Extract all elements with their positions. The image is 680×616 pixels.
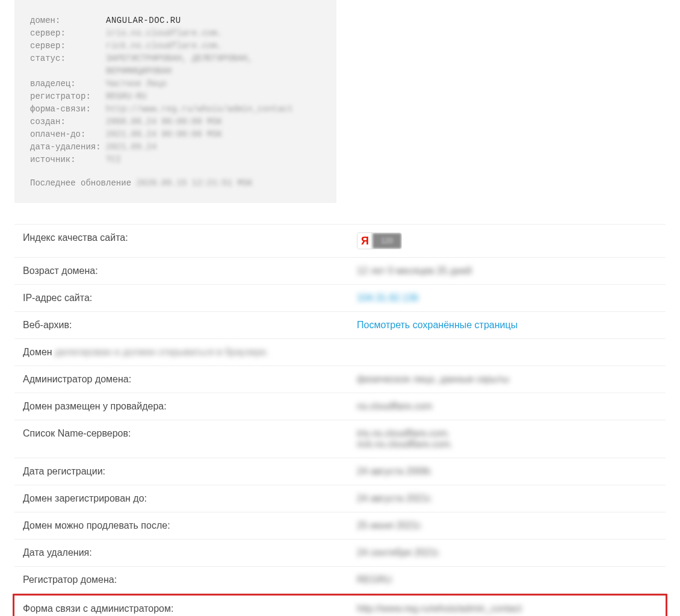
reg-date-label: Дата регистрации: bbox=[23, 466, 357, 477]
registrar-label: Регистратор домена: bbox=[23, 574, 357, 585]
whois-row-value: ЗАРЕГИСТРИРОВАН, ДЕЛЕГИРОВАН, ВЕРИФИЦИРО… bbox=[106, 52, 321, 78]
whois-row-label: сервер: bbox=[30, 40, 106, 52]
delegation-value: делегирован и должен открываться в брауз… bbox=[55, 347, 268, 357]
contact-value: http://www.reg.ru/whois/admin_contact bbox=[357, 603, 657, 614]
row-domain-admin: Администратор домена: физическое лицо, д… bbox=[14, 366, 666, 393]
ip-value: 104.31.82.136 bbox=[357, 293, 657, 303]
web-archive-value: Посмотреть сохранённые страницы bbox=[357, 320, 657, 331]
whois-row-label: владелец: bbox=[30, 78, 106, 90]
contact-label: Форма связи с администратором: bbox=[23, 603, 357, 614]
provider-label: Домен размещен у провайдера: bbox=[23, 401, 357, 412]
reg-until-value: 24 августа 2021г. bbox=[357, 493, 657, 504]
ip-link[interactable]: 104.31.82.136 bbox=[357, 293, 418, 303]
whois-row: статус: ЗАРЕГИСТРИРОВАН, ДЕЛЕГИРОВАН, ВЕ… bbox=[30, 52, 321, 78]
whois-row-value: 2008.08.24 00:00:00 MSK bbox=[106, 116, 222, 128]
admin-label: Администратор домена: bbox=[23, 374, 357, 385]
row-delegation-status: Домен делегирован и должен открываться в… bbox=[14, 339, 666, 366]
whois-row-value: http://www.reg.ru/whois/admin_contact bbox=[106, 103, 293, 116]
delete-label: Дата удаления: bbox=[23, 547, 357, 558]
whois-row-value: REGRU-RU bbox=[106, 90, 146, 103]
row-contact-form: Форма связи с администратором: http://ww… bbox=[13, 594, 667, 616]
whois-row-label: источник: bbox=[30, 154, 106, 166]
whois-row: источник: TCI bbox=[30, 154, 321, 166]
whois-row: создан: 2008.08.24 00:00:00 MSK bbox=[30, 116, 321, 128]
whois-update-value: 2020.09.15 12:21:51 MSK bbox=[136, 178, 252, 188]
row-domain-age: Возраст домена: 12 лет 0 месяцев 25 дней bbox=[14, 258, 666, 285]
domain-age-label: Возраст домена: bbox=[23, 266, 357, 276]
ip-label: IP-адрес сайта: bbox=[23, 293, 357, 303]
renew-label: Домен можно продлевать после: bbox=[23, 520, 357, 531]
domain-details-table: Индекс качества сайта: Я 120 Возраст дом… bbox=[14, 224, 666, 616]
quality-index-label: Индекс качества сайта: bbox=[23, 232, 357, 243]
row-name-servers: Список Name-серверов: iris.ns.cloudflare… bbox=[14, 420, 666, 458]
reg-date-value: 24 августа 2008г. bbox=[357, 466, 657, 477]
web-archive-link[interactable]: Посмотреть сохранённые страницы bbox=[357, 320, 518, 330]
whois-domain-value: ANGULAR-DOC.RU bbox=[106, 14, 181, 27]
yandex-score: 120 bbox=[372, 233, 401, 249]
whois-row-label: сервер: bbox=[30, 27, 106, 40]
row-delete-date: Дата удаления: 24 сентября 2021г. bbox=[14, 540, 666, 567]
row-provider: Домен размещен у провайдера: ns.cloudfla… bbox=[14, 393, 666, 420]
whois-row: домен: ANGULAR-DOC.RU bbox=[30, 14, 321, 27]
row-registered-until: Домен зарегистрирован до: 24 августа 202… bbox=[14, 485, 666, 512]
web-archive-label: Веб-архив: bbox=[23, 320, 357, 331]
whois-row-label: оплачен-до: bbox=[30, 128, 106, 141]
whois-row: регистратор: REGRU-RU bbox=[30, 90, 321, 103]
whois-row-value: TCI bbox=[106, 154, 121, 166]
row-web-archive: Веб-архив: Посмотреть сохранённые страни… bbox=[14, 312, 666, 339]
whois-row: сервер: rick.ns.cloudflare.com. bbox=[30, 40, 321, 52]
delete-value: 24 сентября 2021г. bbox=[357, 547, 657, 558]
row-renew-after: Домен можно продлевать после: 25 июня 20… bbox=[14, 512, 666, 540]
whois-row: сервер: iris.ns.cloudflare.com. bbox=[30, 27, 321, 40]
whois-row-value: Частное Лицо bbox=[106, 78, 167, 90]
whois-row-value: 2021.08.24 00:00:00 MSK bbox=[106, 128, 222, 141]
whois-last-update: Последнее обновление 2020.09.15 12:21:51… bbox=[30, 177, 321, 190]
row-ip-address: IP-адрес сайта: 104.31.82.136 bbox=[14, 285, 666, 312]
quality-index-value: Я 120 bbox=[357, 232, 657, 249]
renew-value: 25 июня 2021г. bbox=[357, 520, 657, 531]
domain-age-value: 12 лет 0 месяцев 25 дней bbox=[357, 266, 657, 276]
registrar-value: REGRU bbox=[357, 574, 657, 585]
whois-row-label: форма-связи: bbox=[30, 103, 106, 116]
delegation-prefix: Домен bbox=[23, 347, 55, 357]
whois-row-value: rick.ns.cloudflare.com. bbox=[106, 40, 222, 52]
whois-update-label: Последнее обновление bbox=[30, 178, 136, 188]
row-registration-date: Дата регистрации: 24 августа 2008г. bbox=[14, 458, 666, 485]
ns-value-1: iris.ns.cloudflare.com. bbox=[357, 428, 657, 439]
whois-rows: домен: ANGULAR-DOC.RUсервер: iris.ns.clo… bbox=[30, 14, 321, 166]
provider-value: ns.cloudflare.com bbox=[357, 401, 657, 412]
row-quality-index: Индекс качества сайта: Я 120 bbox=[14, 224, 666, 258]
row-registrar: Регистратор домена: REGRU bbox=[14, 567, 666, 594]
ns-label: Список Name-серверов: bbox=[23, 428, 357, 439]
whois-row: дата-удаления: 2021.09.24 bbox=[30, 141, 321, 154]
yandex-quality-badge[interactable]: Я 120 bbox=[357, 232, 402, 249]
whois-row-label: статус: bbox=[30, 52, 106, 78]
reg-until-label: Домен зарегистрирован до: bbox=[23, 493, 357, 504]
whois-raw-block: домен: ANGULAR-DOC.RUсервер: iris.ns.clo… bbox=[14, 0, 336, 203]
whois-row-value: iris.ns.cloudflare.com. bbox=[106, 27, 222, 40]
ns-values: iris.ns.cloudflare.com. rick.ns.cloudfla… bbox=[357, 428, 657, 450]
whois-row-label: регистратор: bbox=[30, 90, 106, 103]
whois-row: форма-связи: http://www.reg.ru/whois/adm… bbox=[30, 103, 321, 116]
whois-row: оплачен-до: 2021.08.24 00:00:00 MSK bbox=[30, 128, 321, 141]
yandex-logo-icon: Я bbox=[357, 233, 372, 249]
whois-row-label: домен: bbox=[30, 14, 106, 27]
whois-row-label: дата-удаления: bbox=[30, 141, 106, 154]
ns-value-2: rick.ns.cloudflare.com. bbox=[357, 439, 657, 450]
whois-row: владелец: Частное Лицо bbox=[30, 78, 321, 90]
admin-value: физическое лицо, данные скрыты bbox=[357, 374, 657, 385]
whois-row-value: 2021.09.24 bbox=[106, 141, 156, 154]
whois-row-label: создан: bbox=[30, 116, 106, 128]
